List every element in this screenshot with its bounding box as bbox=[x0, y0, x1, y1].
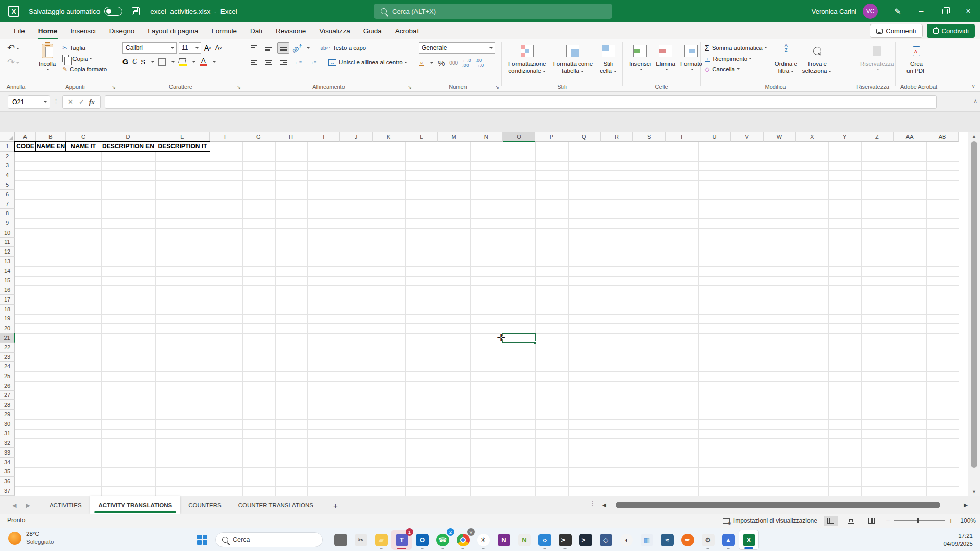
scroll-left-arrow[interactable]: ◀ bbox=[602, 502, 606, 508]
row-header-27[interactable]: 27 bbox=[0, 391, 15, 400]
column-header-V[interactable]: V bbox=[731, 132, 764, 142]
insert-cells-button[interactable]: Inserisci bbox=[627, 42, 653, 73]
row-header-4[interactable]: 4 bbox=[0, 170, 15, 180]
mysql-workbench-taskbar-button[interactable]: ≈ bbox=[657, 530, 677, 550]
row-header-26[interactable]: 26 bbox=[0, 381, 15, 391]
row-header-1[interactable]: 1 bbox=[0, 142, 15, 152]
align-bottom-button[interactable] bbox=[277, 42, 289, 54]
next-sheet-arrow[interactable]: ▶ bbox=[26, 502, 30, 509]
minimize-button[interactable]: – bbox=[910, 0, 933, 22]
orientation-button[interactable]: ab↗ bbox=[291, 42, 304, 54]
collapse-ribbon-chevron[interactable]: ˅ bbox=[972, 84, 975, 89]
carattere-dialog-launcher[interactable]: ↘ bbox=[237, 85, 241, 90]
cut-button[interactable]: ✂Taglia bbox=[62, 42, 107, 53]
formula-bar-splitter[interactable]: ⋮ bbox=[53, 98, 59, 105]
bold-button[interactable]: G bbox=[122, 58, 128, 66]
row-header-18[interactable]: 18 bbox=[0, 305, 15, 314]
chrome-taskbar-button[interactable]: V bbox=[453, 530, 473, 550]
desktop-taskbar-button[interactable] bbox=[330, 530, 351, 550]
dev-terminal-taskbar-button[interactable]: >_ bbox=[575, 530, 596, 550]
align-left-button[interactable] bbox=[248, 57, 260, 68]
column-header-K[interactable]: K bbox=[373, 132, 405, 142]
autosum-button[interactable]: ΣSomma automatica bbox=[705, 42, 767, 53]
fill-handle[interactable] bbox=[534, 341, 537, 344]
row-header-35[interactable]: 35 bbox=[0, 467, 15, 477]
increase-indent-button[interactable]: →≡ bbox=[307, 57, 319, 68]
row-header-16[interactable]: 16 bbox=[0, 285, 15, 295]
row-header-8[interactable]: 8 bbox=[0, 209, 15, 218]
display-settings-button[interactable]: Impostazioni di visualizzazione bbox=[723, 517, 817, 524]
ribbon-tab-layout-di-pagina[interactable]: Layout di pagina bbox=[141, 22, 205, 39]
align-top-button[interactable] bbox=[248, 42, 260, 54]
row-header-5[interactable]: 5 bbox=[0, 180, 15, 190]
terminal-taskbar-button[interactable]: >_ bbox=[555, 530, 575, 550]
conditional-formatting-button[interactable]: Formattazionecondizionale bbox=[506, 42, 549, 76]
row-header-34[interactable]: 34 bbox=[0, 458, 15, 467]
column-header-R[interactable]: R bbox=[601, 132, 633, 142]
weather-widget[interactable]: 28°C Soleggiato bbox=[8, 530, 54, 546]
ribbon-tab-disegno[interactable]: Disegno bbox=[103, 22, 141, 39]
teams-taskbar-button[interactable]: T1 bbox=[391, 530, 412, 550]
ribbon-tab-revisione[interactable]: Revisione bbox=[269, 22, 312, 39]
cell-C1[interactable]: NAME IT bbox=[65, 141, 102, 152]
column-header-O[interactable]: O bbox=[503, 132, 535, 142]
sheet-tab-counters[interactable]: COUNTERS bbox=[180, 496, 230, 514]
undo-button[interactable]: ↶ bbox=[7, 42, 19, 54]
row-header-21[interactable]: 21 bbox=[0, 333, 15, 343]
horizontal-scrollbar-thumb[interactable] bbox=[616, 502, 941, 508]
column-header-C[interactable]: C bbox=[66, 132, 101, 142]
row-header-24[interactable]: 24 bbox=[0, 362, 15, 371]
prev-sheet-arrow[interactable]: ◀ bbox=[12, 502, 16, 509]
excel-taskbar-button[interactable]: X bbox=[739, 530, 759, 550]
numeri-dialog-launcher[interactable]: ↘ bbox=[495, 85, 499, 90]
accounting-format-button[interactable]: ¤ bbox=[419, 60, 424, 66]
expand-formula-bar-chevron[interactable]: ˄ bbox=[974, 98, 977, 104]
sheet-tab-activity-translations[interactable]: ACTIVITY TRANSLATIONS bbox=[90, 496, 181, 514]
column-header-T[interactable]: T bbox=[666, 132, 698, 142]
cell-D1[interactable]: DESCRIPTION EN bbox=[101, 141, 156, 152]
merge-center-button[interactable]: ↔Unisci e allinea al centro bbox=[328, 57, 407, 68]
row-header-9[interactable]: 9 bbox=[0, 218, 15, 228]
cell-A1[interactable]: CODE bbox=[14, 141, 36, 152]
column-header-H[interactable]: H bbox=[275, 132, 308, 142]
clock[interactable]: 17:21 04/09/2025 bbox=[943, 532, 973, 548]
save-icon[interactable] bbox=[132, 7, 140, 15]
settings-taskbar-button[interactable]: ⚙ bbox=[698, 530, 718, 550]
vscode-taskbar-button[interactable]: ‹› bbox=[534, 530, 555, 550]
column-header-U[interactable]: U bbox=[698, 132, 731, 142]
column-header-Y[interactable]: Y bbox=[828, 132, 861, 142]
ribbon-tab-visualizza[interactable]: Visualizza bbox=[312, 22, 357, 39]
column-header-P[interactable]: P bbox=[535, 132, 568, 142]
find-select-button[interactable]: Trova eseleziona bbox=[800, 42, 835, 76]
row-header-33[interactable]: 33 bbox=[0, 448, 15, 458]
row-header-11[interactable]: 11 bbox=[0, 238, 15, 247]
row-header-2[interactable]: 2 bbox=[0, 152, 15, 161]
name-box[interactable]: O21 bbox=[8, 95, 50, 109]
format-painter-button[interactable]: ✎Copia formato bbox=[62, 64, 107, 74]
sort-filter-button[interactable]: AZ Ordina efiltra bbox=[772, 42, 800, 76]
cell-E1[interactable]: DESCRIPTION IT bbox=[155, 141, 210, 152]
column-header-AA[interactable]: AA bbox=[894, 132, 926, 142]
snipping-tool-taskbar-button[interactable]: ✂ bbox=[351, 530, 371, 550]
outlook-taskbar-button[interactable]: O bbox=[412, 530, 432, 550]
create-pdf-button[interactable]: A Creaun PDF bbox=[904, 42, 929, 76]
row-header-15[interactable]: 15 bbox=[0, 276, 15, 286]
cell-styles-button[interactable]: Stilicella bbox=[597, 42, 619, 76]
column-header-F[interactable]: F bbox=[210, 132, 242, 142]
vertical-scrollbar-thumb[interactable] bbox=[971, 141, 977, 468]
column-header-M[interactable]: M bbox=[438, 132, 471, 142]
clear-button[interactable]: ◇Cancella bbox=[705, 64, 767, 74]
decrease-decimal-button[interactable]: .00→.0 bbox=[476, 58, 484, 68]
row-header-25[interactable]: 25 bbox=[0, 371, 15, 381]
scroll-right-arrow[interactable]: ▶ bbox=[964, 502, 968, 508]
insert-function-icon[interactable]: fx bbox=[89, 98, 95, 106]
font-name-select[interactable]: Calibri bbox=[122, 42, 177, 54]
align-center-button[interactable] bbox=[262, 57, 275, 68]
vertical-scrollbar[interactable]: ▲ ▼ bbox=[968, 132, 980, 496]
new-sheet-button[interactable]: + bbox=[322, 496, 349, 514]
sheet-tab-counter-translations[interactable]: COUNTER TRANSLATIONS bbox=[230, 496, 322, 514]
column-header-I[interactable]: I bbox=[307, 132, 340, 142]
zoom-level[interactable]: 100% bbox=[960, 517, 976, 524]
tabbar-splitter[interactable]: ⋮ bbox=[590, 500, 595, 507]
formula-input[interactable] bbox=[105, 95, 937, 109]
